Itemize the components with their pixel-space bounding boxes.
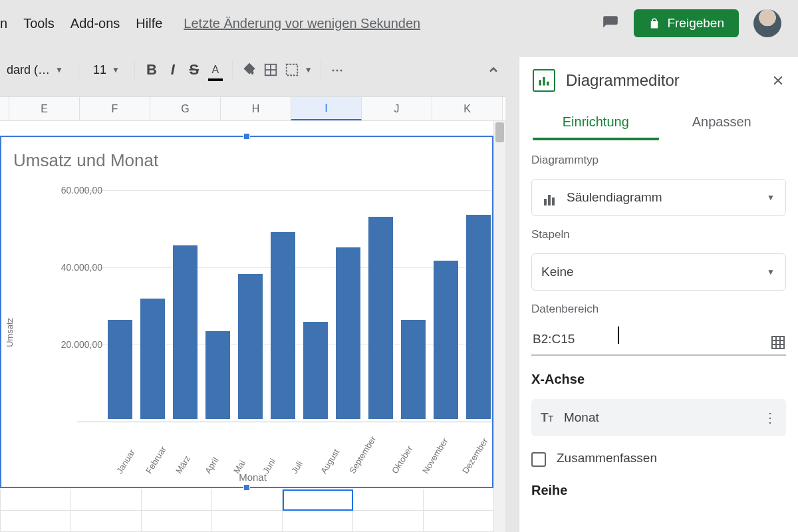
svg-rect-5 [543, 77, 545, 86]
column-header[interactable]: E [9, 97, 80, 120]
x-axis-section-title: X-Achse [531, 372, 786, 387]
more-toolbar-button[interactable]: ⋯ [329, 61, 346, 78]
aggregate-checkbox[interactable]: Zusammenfassen [531, 448, 704, 467]
chart-bar [336, 247, 360, 419]
chart-bar [140, 299, 165, 419]
chart-type-label: Diagrammtyp [531, 154, 786, 167]
chart-bar [303, 322, 328, 419]
x-tick-label: April [203, 446, 227, 475]
chart-bar [434, 261, 458, 419]
x-tick-label: Februar [144, 444, 168, 475]
column-header[interactable]: J [362, 97, 432, 120]
lock-icon [648, 17, 660, 29]
chevron-down-icon: ▼ [55, 65, 63, 74]
chart-editor-icon [533, 69, 555, 92]
column-header[interactable]: I [291, 97, 362, 120]
menu-help[interactable]: Hilfe [129, 12, 169, 35]
stacking-label: Stapeln [531, 228, 786, 241]
column-headers: EFGHIJK [0, 97, 505, 121]
x-tick-label: März [174, 446, 198, 475]
chart-bar [271, 232, 295, 419]
x-tick-label: Juli [289, 446, 313, 475]
chart-bar [401, 320, 426, 419]
x-axis-title: Monat [239, 471, 267, 483]
comments-icon[interactable] [602, 15, 619, 32]
column-header[interactable]: H [221, 97, 291, 120]
chart-bar [238, 274, 263, 419]
series-section-title: Reihe [531, 483, 786, 498]
chart-bar [108, 320, 132, 419]
share-label: Freigeben [667, 16, 724, 31]
chevron-down-icon: ▼ [767, 267, 775, 277]
share-button[interactable]: Freigeben [634, 9, 739, 37]
column-chart-icon [541, 190, 557, 205]
chevron-down-icon: ▼ [305, 65, 313, 74]
checkbox-icon [531, 452, 546, 467]
panel-title: Diagrammeditor [566, 71, 761, 90]
strikethrough-button[interactable]: S [186, 61, 203, 78]
y-tick-label: 40.000,00 [43, 262, 102, 273]
embedded-chart[interactable]: Umsatz und Monat Umsatz 60.000,0040.000,… [0, 136, 493, 488]
y-tick-label: 60.000,00 [43, 185, 102, 196]
x-tick-label: November [420, 436, 450, 475]
column-header[interactable]: F [80, 97, 150, 120]
column-header[interactable]: K [432, 97, 503, 120]
chevron-down-icon: ▼ [767, 193, 775, 202]
chart-bar [173, 245, 198, 419]
x-tick-label: August [319, 446, 342, 475]
scrollbar-thumb[interactable] [495, 122, 504, 142]
text-color-button[interactable]: A [207, 61, 224, 78]
resize-handle-top[interactable] [243, 133, 250, 140]
selected-cell[interactable] [283, 489, 353, 511]
italic-button[interactable]: I [164, 61, 182, 78]
x-tick-label: Januar [114, 446, 138, 475]
chevron-down-icon: ▼ [112, 65, 120, 74]
tab-customize[interactable]: Anpassen [659, 105, 785, 140]
menu-item[interactable]: n [0, 12, 14, 35]
select-range-button[interactable] [770, 334, 786, 350]
font-name-select[interactable]: dard (… ▼ [0, 63, 70, 77]
x-axis-field-chip[interactable]: TT Monat ⋮ [531, 399, 786, 436]
y-axis-label: Umsatz [5, 318, 15, 347]
chart-type-select[interactable]: Säulendiagramm ▼ [531, 179, 786, 216]
data-range-label: Datenbereich [531, 303, 786, 316]
chart-editor-panel: Diagrammeditor Einrichtung Anpassen Diag… [519, 57, 798, 532]
collapse-toolbar-button[interactable] [485, 61, 502, 78]
borders-button[interactable] [262, 61, 279, 78]
merge-cells-button[interactable] [283, 61, 301, 78]
svg-rect-6 [547, 82, 549, 86]
menu-bar: n Tools Add-ons Hilfe Letzte Änderung vo… [0, 10, 420, 37]
x-tick-label: September [347, 434, 378, 475]
chart-bar [205, 331, 230, 419]
svg-rect-3 [287, 65, 298, 76]
stacking-select[interactable]: Keine ▼ [531, 253, 786, 291]
data-range-input[interactable] [531, 328, 770, 350]
text-format-icon: TT [541, 410, 553, 425]
last-change-link[interactable]: Letzte Änderung vor wenigen Sekunden [184, 16, 420, 31]
menu-addons[interactable]: Add-ons [64, 12, 127, 35]
bold-button[interactable]: B [143, 61, 160, 78]
spreadsheet-area: EFGHIJK Umsatz und Monat Umsatz 60.000,0… [0, 96, 505, 532]
close-panel-button[interactable] [771, 74, 785, 87]
svg-rect-4 [539, 80, 541, 85]
avatar[interactable] [753, 9, 781, 37]
chart-title: Umsatz und Monat [13, 150, 158, 171]
chart-bar [368, 217, 393, 419]
column-header[interactable]: G [150, 97, 221, 120]
fill-color-button[interactable] [241, 61, 258, 78]
y-tick-label: 20.000,00 [43, 339, 102, 350]
x-tick-label: Oktober [390, 444, 414, 475]
x-tick-label: Dezember [460, 436, 489, 475]
font-size-select[interactable]: 11 ▼ [86, 63, 126, 77]
tab-setup[interactable]: Einrichtung [533, 105, 659, 140]
menu-tools[interactable]: Tools [17, 12, 61, 35]
vertical-scrollbar[interactable] [493, 121, 505, 532]
svg-rect-9 [772, 336, 784, 348]
chart-bar [466, 215, 491, 419]
kebab-icon[interactable]: ⋮ [763, 410, 777, 426]
